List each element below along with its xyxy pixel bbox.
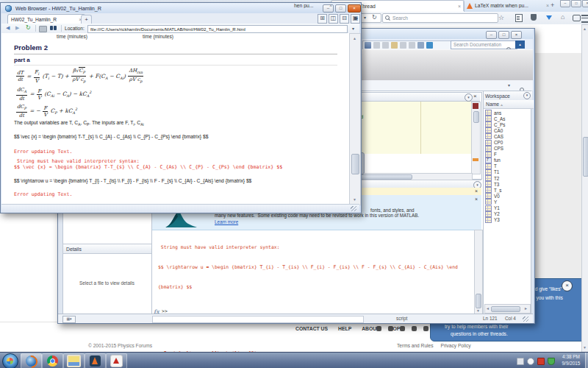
find-binoculars-icon[interactable] [50, 26, 57, 31]
antivirus-tray-icon[interactable] [548, 358, 555, 365]
redo-icon[interactable] [417, 42, 424, 49]
scrollbar-thumb[interactable] [351, 154, 359, 174]
workspace-variable-row[interactable]: Y [485, 199, 529, 205]
dock-layout-icon[interactable]: ◫ [329, 14, 338, 24]
workspace-column-header[interactable]: Name ▵ [484, 100, 534, 109]
scroll-right-icon[interactable]: ► [524, 306, 528, 311]
reload-icon[interactable]: ↻ [372, 14, 377, 21]
workspace-variable-row[interactable]: CAS [485, 133, 529, 139]
scroll-up-icon[interactable]: ▲ [353, 36, 356, 40]
tooltip-close-icon[interactable]: × [562, 280, 573, 291]
forward-icon[interactable]: ▶ [15, 25, 19, 31]
security-tray-icon[interactable] [537, 358, 545, 365]
close-icon[interactable]: × [473, 93, 477, 99]
scroll-down-icon[interactable]: ▼ [353, 197, 356, 202]
workspace-variable-row[interactable]: fun [485, 158, 529, 163]
layout-button[interactable]: ▦▾ [62, 316, 76, 323]
bookmarks-menu-icon[interactable] [515, 14, 523, 22]
copy-icon[interactable] [391, 42, 398, 49]
desktop-icon[interactable] [365, 42, 371, 49]
page-scrollbar[interactable]: ▲ ▼ [581, 24, 588, 353]
minimize-button[interactable]: – [560, 0, 570, 7]
panel-menu-icon[interactable]: ▾ [465, 93, 473, 102]
search-box[interactable]: Search [382, 13, 498, 23]
switch-windows-icon[interactable] [426, 42, 433, 49]
bookmark-star-icon[interactable]: ☆ [498, 14, 504, 21]
toolstrip-collapse-button[interactable]: ▴ [515, 40, 525, 49]
resize-grip[interactable] [351, 206, 356, 211]
workspace-variable-list[interactable]: ans C_As C_Ps [485, 110, 529, 223]
panel-menu-icon[interactable]: ▾ [523, 92, 531, 99]
close-button[interactable]: × [582, 0, 588, 7]
document-tab[interactable]: HW02_Tu_Hamlin_R × [7, 14, 85, 24]
explorer-taskbar-button[interactable] [63, 353, 85, 368]
location-input[interactable]: file:///C:/Users/rickhamlin/Documents/MA… [87, 25, 348, 33]
start-button[interactable] [2, 353, 18, 368]
dock-layout-icon[interactable]: ⊟ [340, 14, 349, 24]
workspace-variable-row[interactable]: C_As [485, 116, 529, 121]
close-button[interactable]: × [348, 4, 361, 13]
dock-menu-icon[interactable]: ▾ [356, 15, 358, 21]
scrollbar-thumb[interactable] [583, 137, 588, 177]
workspace-variable-row[interactable]: ans [485, 110, 529, 116]
toolbar-overflow-icon[interactable]: ▾ [352, 26, 354, 31]
restore-button[interactable]: □ [335, 4, 346, 13]
scroll-left-icon[interactable]: ◄ [486, 306, 490, 311]
resize-grip[interactable] [523, 316, 528, 322]
refresh-icon[interactable]: ↻ [26, 24, 31, 31]
url-dropdown-icon[interactable]: ▾ [364, 15, 366, 20]
command-window-scrollbar[interactable]: ▼ [474, 230, 483, 316]
scroll-down-icon[interactable]: ▼ [476, 308, 480, 313]
folder-dropdown-icon[interactable]: ▾ [508, 82, 510, 88]
taskbar-clock[interactable]: 4:38 PM 9/9/2015 [557, 354, 585, 367]
workspace-variable-row[interactable]: CPS [485, 146, 529, 152]
menu-icon[interactable] [581, 15, 588, 23]
document-scrollbar[interactable]: ▲ ▼ [349, 33, 361, 205]
command-window-output[interactable]: String must have valid interpreter synta… [158, 231, 458, 368]
tab-close-icon[interactable]: × [329, 3, 332, 8]
volume-tray-icon[interactable] [527, 358, 534, 365]
workspace-variable-row[interactable]: C_Ps [485, 121, 529, 127]
scrollbar-thumb[interactable] [491, 306, 520, 312]
shield-icon[interactable] [531, 14, 537, 21]
downloads-icon[interactable] [546, 15, 552, 20]
scrollbar-thumb[interactable] [476, 294, 481, 308]
scrollbar-thumb[interactable] [473, 111, 479, 123]
workspace-variable-row[interactable]: T2 [485, 175, 529, 181]
workspace-variable-row[interactable]: T3 [485, 181, 529, 187]
workspace-variable-row[interactable]: Y1 [485, 205, 529, 211]
hidden-icons-tray-icon[interactable] [517, 358, 524, 365]
scrollbar-thumb[interactable] [359, 174, 412, 180]
chrome-taskbar-button[interactable] [42, 353, 63, 368]
restore-button[interactable]: □ [571, 0, 581, 7]
matlab-taskbar-button[interactable] [85, 353, 106, 368]
scroll-down-icon[interactable]: ▼ [583, 345, 587, 350]
paste-icon[interactable] [400, 42, 406, 49]
undo-icon[interactable] [409, 42, 415, 49]
scroll-up-icon[interactable]: ▲ [583, 26, 587, 31]
workspace-variable-row[interactable]: T1 [485, 169, 529, 175]
tab-close-icon[interactable]: × [546, 3, 549, 8]
workspace-hscrollbar[interactable]: ◄ ► [484, 304, 531, 314]
tab-close-icon[interactable]: × [458, 4, 461, 9]
show-desktop-button[interactable] [585, 353, 588, 368]
workspace-variable-row[interactable]: F [485, 152, 529, 158]
back-icon[interactable]: ◀ [6, 25, 10, 31]
home-icon[interactable]: ⌂ [561, 13, 564, 21]
firefox-taskbar-button[interactable] [21, 353, 42, 368]
editor-scrollbar[interactable] [471, 102, 481, 174]
workspace-variable-row[interactable]: V0 [485, 193, 529, 199]
close-icon[interactable]: × [475, 188, 478, 194]
close-icon[interactable]: × [475, 197, 478, 202]
dock-layout-icon[interactable]: ⊞ [318, 14, 327, 24]
cut-icon[interactable] [382, 42, 389, 49]
workspace-variable-row[interactable]: Y2 [485, 211, 529, 217]
workspace-variable-row[interactable]: CP0 [485, 139, 529, 145]
workspace-variable-row[interactable]: T_s [485, 187, 529, 193]
chat-icon[interactable] [573, 15, 581, 21]
save-icon[interactable] [373, 42, 380, 49]
tab-latex-matrix[interactable]: LaTeX matrix when pu... × [463, 0, 552, 11]
workspace-variable-row[interactable]: T [485, 163, 529, 169]
tab-partial[interactable]: hen pu... × [291, 0, 335, 11]
workspace-variable-row[interactable]: CA0 [485, 127, 529, 133]
